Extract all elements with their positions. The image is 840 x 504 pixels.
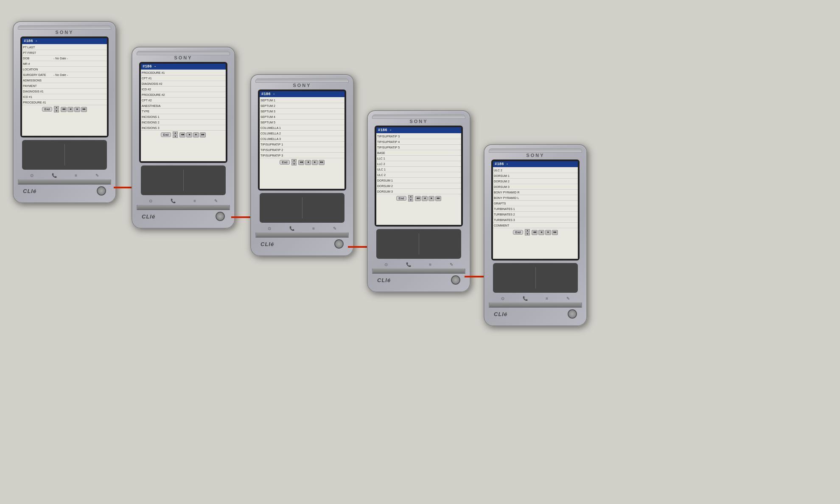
hinge-1 — [18, 179, 111, 185]
row-5-3: DORSUM 3 — [493, 184, 578, 190]
check-icon-1[interactable]: ✎ — [95, 173, 99, 178]
nav-next-next-2[interactable]: ►► — [200, 132, 206, 137]
scroll-down-3[interactable]: ▼ — [291, 162, 297, 165]
graffiti-area-3 — [260, 193, 344, 223]
end-button-4[interactable]: End — [396, 196, 406, 201]
power-button-2[interactable] — [216, 212, 225, 221]
graffiti-divider-3 — [302, 197, 302, 218]
screen-bottom-3: End ▲ ▼ ◄◄ ◄ ► ►► — [260, 158, 344, 166]
row-4-6: ULC 1 — [376, 167, 461, 172]
nav-next-3[interactable]: ► — [312, 160, 318, 165]
screen-title-4: #186 - — [376, 127, 461, 133]
hinge-2 — [137, 205, 230, 210]
call-icon-2[interactable]: 📞 — [171, 199, 176, 203]
scroll-down-5[interactable]: ▼ — [525, 232, 530, 235]
power-button-4[interactable] — [451, 275, 460, 285]
scroll-up-5[interactable]: ▲ — [525, 229, 530, 232]
nav-next-1[interactable]: ► — [74, 107, 80, 112]
check-icon-3[interactable]: ✎ — [333, 226, 336, 231]
screen-bezel-4: #186 - TIP/SUPRATIP 3 TIP/SUPRATIP 4 TIP… — [375, 126, 463, 227]
nav-prev-prev-5[interactable]: ◄◄ — [532, 230, 538, 235]
row-4-3: BASE — [376, 150, 461, 156]
clie-label-3: CLIé — [260, 241, 274, 247]
scroll-up-3[interactable]: ▲ — [291, 159, 297, 162]
device-5: SONY #186 - ULC 2 DORSUM 1 DORSUM 2 DORS… — [484, 144, 587, 326]
call-icon-1[interactable]: 📞 — [52, 173, 57, 178]
end-button-1[interactable]: End — [42, 107, 52, 112]
scroll-up-4[interactable]: ▲ — [408, 195, 413, 198]
scroll-up-1[interactable]: ▲ — [54, 106, 59, 109]
phone-icon-3[interactable]: ⊙ — [268, 226, 271, 231]
row-3-1: SEPTUM 2 — [260, 103, 344, 109]
row-2-8: INCISIONS 1 — [141, 114, 226, 120]
menu-icon-4[interactable]: ≡ — [429, 262, 431, 267]
phone-icon-5[interactable]: ⊙ — [501, 296, 504, 301]
top-connector-3 — [255, 78, 349, 83]
nav-next-next-5[interactable]: ►► — [552, 230, 558, 235]
nav-prev-prev-1[interactable]: ◄◄ — [61, 107, 67, 112]
call-icon-4[interactable]: 📞 — [406, 262, 411, 267]
graffiti-divider-1 — [64, 144, 65, 165]
menu-icon-5[interactable]: ≡ — [546, 296, 548, 301]
row-5-2: DORSUM 2 — [493, 179, 578, 184]
clie-row-5: CLIé — [491, 308, 580, 320]
menu-icon-1[interactable]: ≡ — [75, 173, 77, 178]
menu-icon-2[interactable]: ≡ — [193, 199, 196, 203]
power-button-3[interactable] — [334, 239, 344, 249]
screen-bottom-5: End ▲ ▼ ◄◄ ◄ ► ►► — [493, 228, 578, 236]
row-4-4: LLC 1 — [376, 156, 461, 161]
clie-label-5: CLIé — [494, 311, 507, 317]
clie-label-4: CLIé — [377, 277, 391, 283]
scroll-5: ▲ ▼ — [525, 229, 530, 235]
phone-icon-2[interactable]: ⊙ — [149, 199, 152, 203]
nav-prev-2[interactable]: ◄ — [186, 132, 192, 137]
nav-next-2[interactable]: ► — [193, 132, 199, 137]
call-icon-3[interactable]: 📞 — [289, 226, 294, 231]
nav-prev-5[interactable]: ◄ — [538, 230, 544, 235]
scroll-up-2[interactable]: ▲ — [173, 132, 178, 134]
graffiti-divider-5 — [535, 267, 536, 288]
graffiti-divider-2 — [183, 170, 184, 191]
row-2-1: CPT #1 — [141, 76, 226, 81]
bottom-bar-3: ⊙ 📞 ≡ ✎ — [258, 224, 346, 232]
check-icon-2[interactable]: ✎ — [214, 199, 218, 203]
menu-icon-3[interactable]: ≡ — [312, 226, 315, 231]
scroll-1: ▲ ▼ — [54, 106, 59, 112]
nav-next-5[interactable]: ► — [545, 230, 551, 235]
nav-next-next-1[interactable]: ►► — [81, 107, 87, 112]
nav-prev-4[interactable]: ◄ — [422, 196, 428, 201]
row-4-8: DORSUM 1 — [376, 178, 461, 183]
row-2-9: INCISIONS 2 — [141, 120, 226, 125]
row-4-9: DORSUM 2 — [376, 183, 461, 189]
end-button-3[interactable]: End — [280, 160, 290, 165]
screen-title-1: #186 - — [22, 38, 107, 44]
row-2-3: ICD #2 — [141, 87, 226, 92]
screen-bezel-1: #186 - PT LAST PT FIRST DOB- No Date - M… — [20, 36, 109, 137]
end-button-2[interactable]: End — [161, 132, 171, 137]
nav-prev-prev-3[interactable]: ◄◄ — [298, 160, 304, 165]
check-icon-4[interactable]: ✎ — [450, 262, 453, 267]
screen-title-2: #186 - — [141, 64, 226, 70]
check-icon-5[interactable]: ✎ — [566, 296, 570, 301]
end-button-5[interactable]: End — [513, 230, 523, 235]
nav-prev-prev-2[interactable]: ◄◄ — [179, 132, 185, 137]
nav-prev-1[interactable]: ◄ — [67, 107, 73, 112]
phone-icon-4[interactable]: ⊙ — [384, 262, 388, 267]
scroll-4: ▲ ▼ — [408, 195, 413, 202]
nav-prev-3[interactable]: ◄ — [305, 160, 311, 165]
row-1-6: ADMISSIONS — [22, 78, 107, 83]
nav-next-next-3[interactable]: ►► — [319, 160, 325, 165]
row-5-7: TURBINATES 1 — [493, 206, 578, 212]
power-button-1[interactable] — [97, 186, 106, 196]
power-button-5[interactable] — [568, 309, 577, 319]
nav-next-4[interactable]: ► — [428, 196, 434, 201]
scroll-down-4[interactable]: ▼ — [408, 199, 413, 202]
nav-prev-prev-4[interactable]: ◄◄ — [415, 196, 421, 201]
scroll-down-1[interactable]: ▼ — [54, 109, 59, 112]
call-icon-5[interactable]: 📞 — [523, 296, 528, 301]
nav-btns-4: ◄◄ ◄ ► ►► — [415, 196, 441, 201]
phone-icon-1[interactable]: ⊙ — [30, 173, 34, 178]
nav-next-next-4[interactable]: ►► — [435, 196, 441, 201]
scroll-down-2[interactable]: ▼ — [173, 135, 178, 138]
device-5-body: SONY #186 - ULC 2 DORSUM 1 DORSUM 2 DORS… — [484, 144, 587, 326]
